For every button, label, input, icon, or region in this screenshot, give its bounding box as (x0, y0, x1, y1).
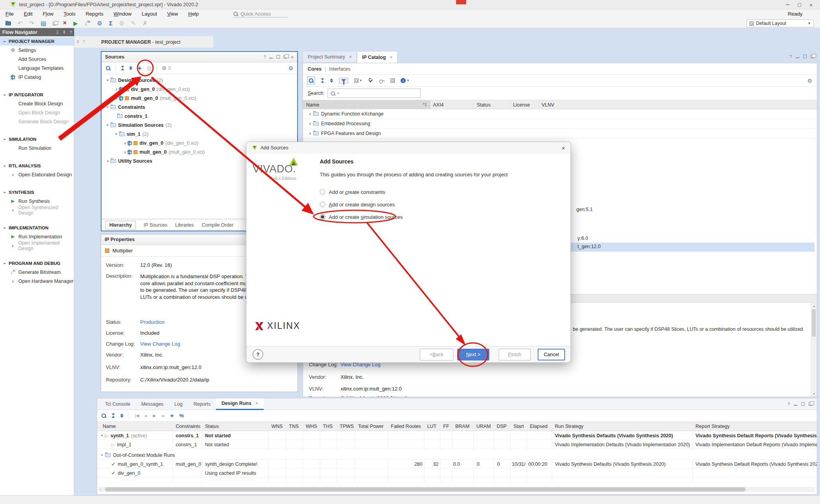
scroll-up-icon[interactable]: ▲ (813, 305, 815, 307)
chevron-right-icon[interactable] (124, 149, 126, 155)
col-name[interactable]: Name (103, 422, 116, 431)
column-vlnv[interactable]: VLNV (542, 100, 554, 109)
close-tab-icon[interactable]: × (390, 55, 392, 60)
sidebar-item-language-templates[interactable]: Language Templates (0, 64, 74, 73)
menu-reports[interactable]: Reports (86, 11, 103, 17)
expand-all-icon[interactable] (330, 78, 333, 83)
radio-icon[interactable] (320, 202, 325, 207)
column-status[interactable]: Status (477, 100, 490, 109)
tab-compile-order[interactable]: Compile Order (202, 222, 234, 228)
run-row-mult-gen-synth[interactable]: ✓mult_gen_0_synth_1 mult_gen_0 synth_des… (97, 460, 817, 469)
section-implementation[interactable]: IMPLEMENTATION (0, 224, 74, 232)
generate-bitstream-toolbar-icon[interactable]: ↓01 (84, 20, 90, 26)
tab-reports[interactable]: Reports (188, 398, 216, 410)
scrollbar-thumb[interactable] (812, 309, 816, 337)
catalog-search-input[interactable]: ▼ (328, 89, 421, 98)
run-group-row[interactable]: Out-of-Context Module Runs (97, 451, 817, 460)
chevron-right-icon[interactable] (309, 131, 311, 136)
search-icon[interactable] (105, 66, 111, 71)
col-uram[interactable]: URAM (476, 422, 491, 431)
filter-icon[interactable] (339, 78, 348, 83)
close-window-button[interactable]: × (805, 2, 817, 8)
tree-item-constraints[interactable]: Constraints (102, 103, 297, 112)
column-name[interactable]: Name^1 (303, 100, 430, 109)
catalog-row-fpga-features[interactable]: FPGA Features and Design (303, 129, 817, 138)
create-run-icon[interactable]: + (170, 412, 174, 420)
changelog-link[interactable]: View Change Log (140, 341, 180, 347)
col-lut[interactable]: LUT (427, 422, 437, 431)
open-project-icon[interactable] (5, 20, 11, 26)
sidebar-item-generate-bitstream[interactable]: ↓01Generate Bitstream (0, 268, 74, 277)
tab-ip-sources[interactable]: IP Sources (144, 222, 168, 228)
chevron-down-icon[interactable] (101, 453, 103, 458)
sidebar-item-open-elaborated-design[interactable]: Open Elaborated Design (0, 170, 74, 179)
col-report-strategy[interactable]: Report Strategy (695, 422, 730, 431)
sidebar-item-run-simulation[interactable]: Run Simulation (0, 144, 74, 153)
tab-design-runs[interactable]: Design Runs× (216, 398, 264, 410)
col-elapsed[interactable]: Elapsed (530, 422, 547, 431)
sidebar-item-open-hardware-manager[interactable]: Open Hardware Manager (0, 277, 74, 286)
cancel-button[interactable]: Cancel (538, 349, 565, 360)
column-axi4[interactable]: AXI4 (433, 100, 444, 109)
flow-nav-collapse-icon[interactable]: Ξ (56, 30, 59, 35)
add-sources-button[interactable]: + (137, 64, 142, 72)
chevron-right-icon[interactable] (309, 121, 311, 126)
tab-log[interactable]: Log (169, 398, 188, 410)
col-start[interactable]: Start (513, 422, 524, 431)
section-simulation[interactable]: SIMULATION (0, 135, 74, 144)
chip-icon[interactable] (390, 78, 395, 83)
catalog-settings-gear-icon[interactable]: ⚙ (807, 78, 812, 84)
close-panel-icon[interactable]: × (291, 54, 294, 60)
minimize-window-button[interactable] (782, 4, 793, 5)
reports-sigma-icon[interactable]: Σ (109, 20, 112, 26)
tree-item-sim-1[interactable]: sim_1 (2) (102, 130, 297, 138)
save-icon[interactable]: ▤ (41, 20, 46, 26)
collapse-all-icon[interactable] (112, 413, 115, 418)
col-run-strategy[interactable]: Run Strategy (555, 422, 583, 431)
sources-settings-gear-icon[interactable]: ⚙ (288, 65, 293, 71)
status-link[interactable]: Production (140, 319, 164, 325)
chevron-down-icon[interactable] (101, 433, 103, 438)
float-panel-icon[interactable] (811, 54, 814, 59)
float-panel-icon[interactable] (809, 402, 812, 406)
float-panel-icon[interactable] (283, 55, 287, 59)
tree-item-constrs-1[interactable]: constrs_1 (102, 112, 297, 121)
scrollbar-thumb[interactable] (105, 487, 745, 492)
undo-icon[interactable]: ↶ (18, 20, 23, 26)
chevron-down-icon[interactable] (107, 122, 109, 128)
col-tpws[interactable]: TPWS (340, 422, 354, 431)
delete-icon[interactable]: × (63, 20, 66, 26)
menu-flow[interactable]: Flow (43, 11, 53, 17)
sidebar-item-settings[interactable]: ⚙Settings (0, 46, 74, 55)
close-tab-icon[interactable]: × (255, 401, 258, 406)
section-rtl-analysis[interactable]: RTL ANALYSIS (0, 161, 74, 170)
radio-icon[interactable] (320, 189, 325, 195)
col-constraints[interactable]: Constraints (176, 422, 200, 431)
catalog-row-embedded[interactable]: Embedded Processing (303, 119, 817, 129)
dialog-title-bar[interactable]: Add Sources × (246, 142, 570, 154)
run-row-impl1[interactable]: ▷impl_1 constrs_1 Not started Vivado Imp… (97, 440, 817, 449)
tab-libraries[interactable]: Libraries (175, 222, 194, 228)
tab-messages[interactable]: Messages (136, 398, 169, 410)
menu-layout[interactable]: Layout (142, 11, 157, 17)
run-icon[interactable]: ▶ (73, 20, 78, 26)
col-wns[interactable]: WNS (271, 422, 283, 431)
section-program-and-debug[interactable]: PROGRAM AND DEBUG (0, 259, 74, 268)
tree-item-simulation-sources[interactable]: Simulation Sources (2) (102, 121, 297, 130)
col-tns[interactable]: TNS (289, 422, 299, 431)
tab-hierarchy[interactable]: Hierarchy (105, 221, 136, 229)
info-icon[interactable]: ▼ (401, 78, 410, 83)
help-icon[interactable]: ? (788, 402, 790, 406)
subtab-cores[interactable]: Cores (308, 66, 321, 72)
details-scrollbar[interactable]: ▲ ▼ (811, 303, 816, 396)
chevron-down-icon[interactable] (107, 78, 109, 83)
col-ths[interactable]: THS (323, 422, 333, 431)
maximize-panel-icon[interactable] (276, 55, 280, 59)
copy-icon[interactable] (53, 20, 56, 26)
menu-view[interactable]: View (167, 11, 178, 17)
help-icon[interactable]: ? (264, 55, 266, 59)
column-license[interactable]: License (513, 100, 530, 109)
col-total-power[interactable]: Total Power (358, 422, 383, 431)
chevron-right-icon[interactable] (309, 111, 311, 117)
tab-tcl-console[interactable]: Tcl Console (100, 398, 136, 410)
